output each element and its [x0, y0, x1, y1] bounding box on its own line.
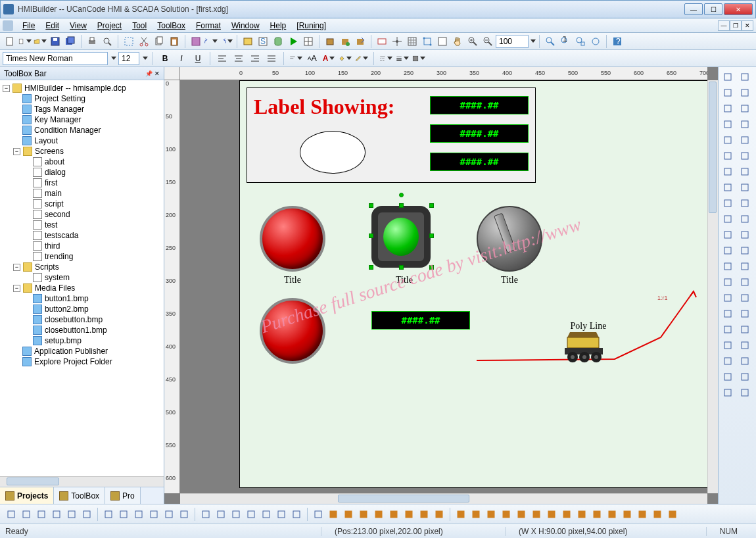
back-button[interactable] — [64, 507, 79, 522]
tree-item[interactable]: Application Publisher — [34, 347, 108, 356]
digital-display[interactable]: ####.## — [430, 124, 529, 143]
menu-window[interactable]: Window — [227, 20, 264, 32]
sq3-tool[interactable] — [720, 275, 736, 289]
save-button[interactable] — [48, 34, 62, 49]
prop-button[interactable] — [189, 34, 203, 49]
vscrollbar[interactable] — [707, 80, 718, 493]
copy-button[interactable] — [152, 34, 166, 49]
tab-toolbox[interactable]: ToolBox — [54, 487, 105, 504]
align-r-button[interactable] — [199, 507, 213, 522]
red-button-1[interactable] — [260, 206, 325, 272]
tree-item[interactable]: about — [45, 157, 64, 166]
zoom-100[interactable]: 1 — [558, 34, 573, 49]
b8-button[interactable] — [559, 507, 574, 522]
script-button[interactable]: S — [256, 34, 270, 49]
selection-handle[interactable] — [429, 233, 434, 238]
a1-button[interactable] — [311, 507, 325, 522]
select-button[interactable] — [122, 34, 136, 49]
edit-points-tool[interactable] — [737, 70, 753, 84]
label-panel[interactable]: Label Showing: ####.## ####.## ####.## — [247, 87, 536, 183]
cut-button[interactable] — [137, 34, 151, 49]
b6-button[interactable] — [529, 507, 544, 522]
tree-item[interactable]: testscada — [45, 231, 78, 240]
build-button[interactable] — [338, 34, 352, 49]
selection-handle[interactable] — [369, 203, 373, 208]
pkg-button[interactable] — [323, 34, 337, 49]
lock2-button[interactable] — [289, 507, 304, 522]
a9-button[interactable] — [432, 507, 446, 522]
green-lamp[interactable] — [371, 206, 431, 268]
menu-help[interactable]: Help — [266, 20, 291, 32]
tree-item[interactable]: Tags Manager — [34, 105, 84, 114]
flip-h-button[interactable] — [131, 507, 146, 522]
mdi-restore[interactable]: ❐ — [730, 20, 742, 31]
expander-icon[interactable]: − — [13, 285, 20, 292]
sq4-tool[interactable] — [737, 275, 753, 289]
db-button[interactable] — [271, 34, 285, 49]
group-button[interactable] — [4, 507, 18, 522]
a3-button[interactable] — [341, 507, 356, 522]
c6-button[interactable] — [665, 507, 680, 522]
hscrollbar[interactable] — [180, 493, 707, 504]
dist-v-button[interactable] — [274, 507, 289, 522]
zoomout-button[interactable] — [481, 34, 495, 49]
save-all-button[interactable] — [63, 34, 78, 49]
c5-button[interactable] — [650, 507, 665, 522]
pie-tool[interactable] — [720, 149, 736, 163]
italic-button[interactable]: I — [174, 51, 189, 66]
text-tool[interactable] — [737, 291, 753, 305]
snap-button[interactable] — [390, 34, 404, 49]
layer-button[interactable] — [34, 507, 49, 522]
link1-tool[interactable] — [720, 212, 736, 226]
doc-tool[interactable] — [737, 306, 753, 321]
project-tree[interactable]: −HMIBuilder -- hmisample.dcp Project Set… — [0, 80, 164, 476]
tab-pro[interactable]: Pro — [105, 487, 141, 504]
usa-tool[interactable] — [737, 228, 753, 242]
preview-button[interactable] — [100, 34, 114, 49]
selection-handle[interactable] — [429, 203, 434, 208]
redo-button[interactable] — [219, 34, 233, 49]
ellipse2-tool[interactable] — [720, 243, 736, 258]
tree-item[interactable]: system — [45, 273, 70, 282]
underline-button[interactable]: U — [191, 51, 205, 66]
selection-handle[interactable] — [369, 265, 373, 270]
tree-item[interactable]: script — [45, 199, 64, 208]
menu-tool[interactable]: Tool — [128, 20, 151, 32]
flag-tool[interactable] — [720, 228, 736, 242]
comp1-tool[interactable] — [737, 338, 753, 353]
new-dropdown[interactable] — [18, 34, 32, 49]
tab-projects[interactable]: Projects — [0, 487, 54, 504]
pointer-tool[interactable] — [720, 70, 736, 84]
line-weight[interactable] — [395, 51, 410, 66]
a4-button[interactable] — [356, 507, 371, 522]
a6-button[interactable] — [387, 507, 401, 522]
menu-toolbox[interactable]: ToolBox — [153, 20, 189, 32]
link2-tool[interactable] — [737, 212, 753, 226]
tree-scripts[interactable]: Scripts — [35, 262, 59, 272]
b7-button[interactable] — [544, 507, 559, 522]
cloud-tool[interactable] — [737, 196, 753, 210]
align-c-button[interactable] — [177, 507, 191, 522]
comp2-tool[interactable] — [720, 354, 736, 368]
selection-handle[interactable] — [429, 265, 434, 270]
tree-media[interactable]: Media Files — [35, 283, 75, 293]
undo-button[interactable] — [204, 34, 218, 49]
c1-button[interactable] — [590, 507, 604, 522]
c3-button[interactable] — [620, 507, 634, 522]
align-right[interactable] — [248, 51, 262, 66]
align-l-button[interactable] — [162, 507, 176, 522]
curve1-tool[interactable] — [720, 164, 736, 179]
tags-button[interactable] — [241, 34, 255, 49]
menu-edit[interactable]: Edit — [41, 20, 63, 32]
align-t-button[interactable] — [214, 507, 228, 522]
selection-handle[interactable] — [399, 265, 404, 270]
speech-tool[interactable] — [720, 196, 736, 210]
maximize-button[interactable]: ☐ — [704, 3, 722, 15]
tree-item[interactable]: Explore Project Folder — [34, 357, 112, 366]
line-style[interactable] — [379, 51, 393, 66]
expander-icon[interactable]: − — [13, 264, 20, 271]
ellipse-tool[interactable] — [737, 133, 753, 147]
red-button-2[interactable] — [260, 298, 325, 364]
pattern[interactable] — [412, 51, 426, 66]
globe-tool[interactable] — [720, 322, 736, 337]
